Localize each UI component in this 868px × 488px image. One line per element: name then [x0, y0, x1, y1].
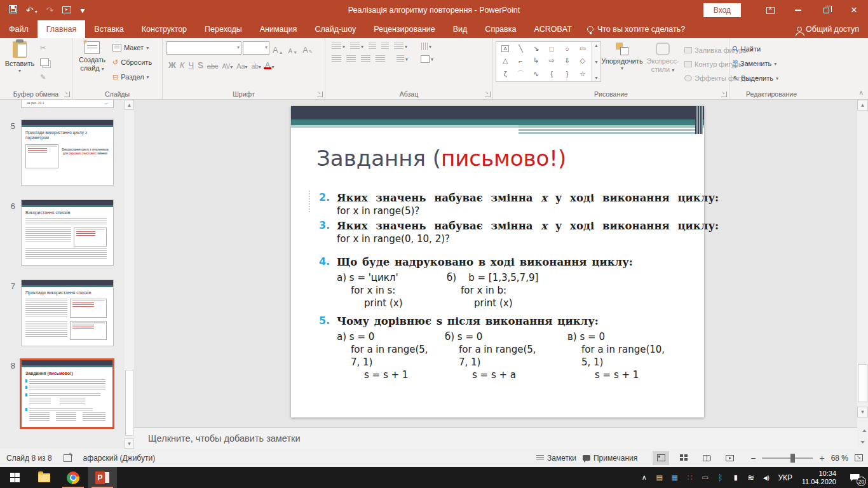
paragraph-dialog-launcher[interactable] — [485, 92, 491, 97]
font-dialog-launcher[interactable] — [317, 92, 323, 97]
powerpoint-taskbar-icon[interactable]: P — [88, 467, 117, 488]
undo-icon[interactable]: ↶▾ — [26, 5, 37, 15]
underline-icon[interactable]: Ч — [186, 57, 196, 70]
reading-view-button[interactable] — [698, 451, 715, 465]
zoom-slider-thumb[interactable] — [790, 454, 795, 463]
normal-view-button[interactable] — [653, 451, 669, 465]
left-brace-shape-icon[interactable]: { — [550, 70, 553, 78]
tab-file[interactable]: Файл — [0, 20, 37, 38]
numbering-icon[interactable]: ▾ — [348, 41, 366, 51]
collapse-ribbon-icon[interactable]: ˄ — [859, 90, 863, 97]
curve-shape-icon[interactable]: ∿ — [533, 70, 539, 78]
align-center-icon[interactable] — [344, 54, 358, 64]
zoom-out-button[interactable]: − — [750, 453, 756, 463]
bold-icon[interactable]: Ж — [166, 57, 178, 70]
volume-icon[interactable]: ◀) — [759, 467, 774, 488]
file-explorer-taskbar-icon[interactable] — [29, 467, 58, 488]
shapes-gallery-scroll[interactable]: ▲▼▼ — [592, 41, 601, 82]
question-2[interactable]: 2. Яких значень набуває змінна x у ході … — [319, 191, 694, 217]
align-right-icon[interactable] — [358, 54, 373, 64]
slideshow-view-button[interactable] — [721, 451, 738, 465]
main-scrollbar[interactable]: ▲ ▼ ▲ ▼ — [857, 100, 868, 449]
tab-review[interactable]: Рецензирование — [365, 20, 444, 38]
slide-thumbnail-5[interactable]: Приклади використання циклу з параметром… — [21, 119, 114, 186]
text-direction-icon[interactable]: ▾ — [417, 41, 434, 51]
font-name-combo[interactable]: ▾ — [166, 41, 241, 55]
change-case-icon[interactable]: Aa▾ — [234, 57, 249, 70]
smartart-icon[interactable]: ▾ — [418, 54, 436, 64]
bluetooth-icon[interactable]: ᛒ — [713, 467, 728, 488]
notes-pane[interactable]: Щелкните, чтобы добавить заметки — [134, 427, 857, 449]
tab-view[interactable]: Вид — [444, 20, 477, 38]
oval-shape-icon[interactable]: ○ — [565, 45, 569, 53]
elbow-arrow-shape-icon[interactable]: ↳ — [533, 57, 539, 65]
antivirus-tray-icon[interactable]: ∷ — [682, 467, 698, 488]
remote-desktop-tray-icon[interactable]: ▦ — [667, 467, 682, 488]
previous-slide-button[interactable]: ▲ — [857, 425, 868, 435]
scribble-shape-icon[interactable]: ζ — [504, 70, 507, 78]
font-color-icon[interactable]: А▾ — [263, 57, 276, 70]
arrow-shape-icon[interactable]: ↘ — [533, 44, 539, 53]
grow-font-icon[interactable]: А▲ — [271, 42, 285, 55]
display-tray-icon[interactable]: ▭ — [698, 467, 713, 488]
tab-help[interactable]: Справка — [476, 20, 525, 38]
copy-icon[interactable] — [40, 56, 49, 69]
cut-icon[interactable]: ✂ — [40, 41, 49, 54]
chrome-taskbar-icon[interactable] — [58, 467, 88, 488]
line-spacing-icon[interactable]: ▾ — [391, 41, 410, 51]
find-button[interactable]: ⚲Найти — [733, 43, 778, 55]
start-from-beginning-icon[interactable] — [62, 5, 71, 15]
increase-indent-icon[interactable] — [379, 41, 391, 51]
next-slide-button[interactable]: ▼ — [857, 437, 868, 447]
tab-home[interactable]: Главная — [37, 20, 86, 38]
rounded-rect-shape-icon[interactable]: ▭ — [580, 44, 586, 53]
columns-icon[interactable]: ▾ — [394, 54, 410, 64]
question-4[interactable]: 4. Що буде надруковано в ході виконання … — [319, 255, 694, 309]
slide-thumbnail-8-selected[interactable]: Завдання (письмово!) — [20, 358, 114, 429]
question-5[interactable]: 5. Чому дорівнює s після виконання циклу… — [319, 315, 694, 381]
slide-title[interactable]: Завдання (письмово!) — [316, 146, 566, 171]
tray-expand-icon[interactable]: ∧ — [637, 467, 652, 488]
zoom-slider[interactable] — [762, 458, 813, 459]
new-slide-button[interactable]: Создатьслайд ▾ — [74, 40, 111, 89]
italic-icon[interactable]: К — [178, 57, 187, 70]
tab-acrobat[interactable]: ACROBAT — [525, 20, 581, 38]
share-button[interactable]: Общий доступ — [797, 20, 868, 38]
down-arrow-shape-icon[interactable]: ⇩ — [564, 57, 570, 65]
highlight-color-icon[interactable]: ab▾ — [250, 57, 263, 70]
block-arrow-shape-icon[interactable]: ⇨ — [549, 57, 555, 65]
elbow-shape-icon[interactable]: ⌐ — [519, 57, 522, 65]
zoom-level[interactable]: 68 % — [831, 454, 848, 463]
language-indicator[interactable]: афарский (Джибути) — [83, 454, 156, 463]
thumbnail-panel-scrollbar[interactable]: ▲ ▼ — [125, 100, 134, 449]
tab-transitions[interactable]: Переходы — [196, 20, 251, 38]
character-spacing-icon[interactable]: AV▾ — [220, 57, 235, 70]
spellcheck-icon[interactable] — [64, 454, 72, 462]
slide-thumbnail-7[interactable]: Приклади використання списків — [21, 280, 114, 346]
sign-in-button[interactable]: Вход — [703, 3, 741, 17]
fit-to-window-icon[interactable] — [855, 454, 863, 461]
minimize-button[interactable] — [784, 0, 812, 20]
slide-sorter-view-button[interactable] — [675, 451, 692, 465]
arrange-button[interactable]: Упорядочить ▾ — [601, 41, 643, 88]
right-brace-shape-icon[interactable]: } — [566, 70, 569, 78]
clock[interactable]: 10:34 11.04.2020 — [797, 470, 841, 486]
paste-button[interactable]: Вставить ▾ — [1, 40, 38, 89]
action-center-button[interactable]: 20 — [841, 467, 868, 488]
comments-toggle[interactable]: Примечания — [583, 454, 637, 463]
align-left-icon[interactable] — [329, 54, 344, 64]
tab-animations[interactable]: Анимация — [251, 20, 306, 38]
zoom-in-button[interactable]: + — [819, 453, 824, 463]
triangle-shape-icon[interactable]: △ — [503, 57, 508, 65]
document-tray-icon[interactable]: ▤ — [652, 467, 667, 488]
star-shape-icon[interactable]: ☆ — [580, 70, 586, 78]
slide-8-canvas[interactable]: Завдання (письмово!) 2. Яких значень наб… — [291, 106, 704, 417]
layout-button[interactable]: Макет▾ — [112, 41, 152, 54]
line-shape-icon[interactable]: ╲ — [519, 44, 523, 53]
decrease-indent-icon[interactable] — [366, 41, 379, 51]
scroll-down-icon[interactable]: ▼ — [125, 438, 134, 449]
replace-button[interactable]: abacЗаменить▾ — [733, 57, 778, 70]
slide-thumbnail-6[interactable]: Використання списків — [21, 200, 114, 266]
notes-toggle[interactable]: Заметки — [536, 454, 576, 463]
justify-icon[interactable] — [373, 54, 388, 64]
